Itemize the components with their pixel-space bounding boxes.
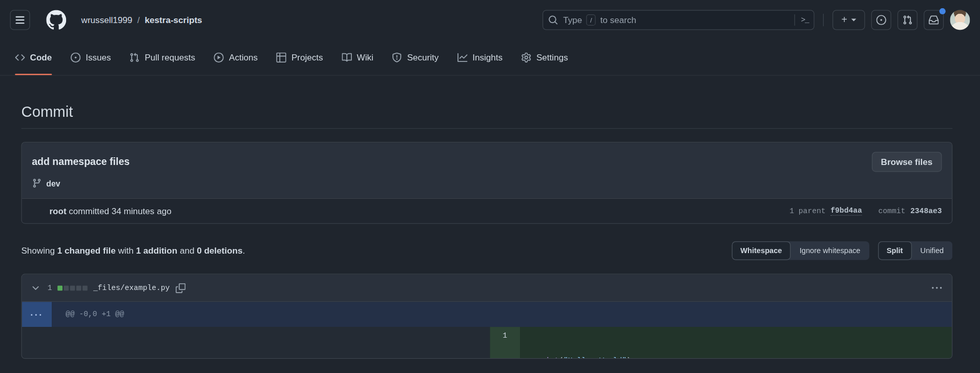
collapse-file-button[interactable]	[29, 282, 41, 294]
committed-time: committed 34 minutes ago	[67, 206, 172, 216]
tab-wiki[interactable]: Wiki	[337, 40, 378, 75]
page-title: Commit	[21, 100, 952, 123]
tab-insights[interactable]: Insights	[452, 40, 508, 75]
slash-key-hint: /	[587, 14, 596, 26]
notification-dot	[940, 8, 946, 14]
inbox-icon	[929, 15, 939, 25]
git-pull-request-icon	[903, 15, 913, 25]
tab-issues[interactable]: Issues	[66, 40, 116, 75]
diff-filename[interactable]: _files/example.py	[93, 283, 170, 292]
breadcrumb-separator: /	[137, 15, 140, 25]
github-logo-icon[interactable]	[46, 10, 66, 30]
breadcrumb-owner-link[interactable]: wrussell1999	[81, 15, 133, 25]
kebab-horizontal-icon[interactable]	[929, 280, 944, 295]
header-actions: Type / to search >_ +	[543, 10, 970, 30]
plus-icon: +	[842, 14, 847, 26]
ignore-whitespace-button[interactable]: Ignore whitespace	[791, 241, 869, 260]
inbox-button[interactable]	[924, 10, 944, 30]
play-icon	[214, 52, 224, 63]
chevron-down-icon	[31, 283, 41, 293]
pull-requests-button[interactable]	[898, 10, 918, 30]
app-header: wrussell1999 / kestra-scripts Type / to …	[0, 0, 980, 40]
browse-files-button[interactable]: Browse files	[871, 152, 942, 172]
diff-toolbar: Showing 1 changed file with 1 addition a…	[21, 241, 952, 260]
issues-button[interactable]	[871, 10, 891, 30]
tab-projects[interactable]: Projects	[272, 40, 328, 75]
tab-actions[interactable]: Actions	[209, 40, 263, 75]
repo-nav: Code Issues Pull requests Actions Projec…	[0, 40, 980, 76]
expand-hunk-button[interactable]: ···	[22, 302, 52, 327]
command-palette-icon[interactable]: >_	[801, 16, 809, 25]
split-view-button[interactable]: Split	[878, 241, 912, 260]
search-placeholder-prefix: Type	[563, 15, 582, 25]
hunk-row: ··· @@ -0,0 +1 @@	[22, 302, 952, 327]
whitespace-button[interactable]: Whitespace	[732, 241, 791, 260]
breadcrumb: wrussell1999 / kestra-scripts	[81, 15, 202, 25]
page: wrussell1999 / kestra-scripts Type / to …	[0, 0, 980, 373]
hamburger-menu-button[interactable]	[10, 10, 30, 30]
diff-file-header: 1 _files/example.py	[22, 275, 952, 302]
commit-label: commit	[879, 206, 906, 215]
graph-icon	[457, 52, 468, 63]
tab-settings[interactable]: Settings	[516, 40, 573, 75]
book-icon	[342, 52, 352, 63]
diff-empty-side	[22, 327, 490, 358]
unified-view-button[interactable]: Unified	[912, 241, 953, 260]
search-input[interactable]: Type / to search >_	[543, 10, 815, 30]
user-avatar[interactable]	[950, 10, 970, 30]
header-divider	[823, 14, 824, 26]
tab-security[interactable]: Security	[387, 40, 444, 75]
issue-opened-icon	[71, 52, 81, 63]
tab-code[interactable]: Code	[10, 40, 57, 75]
diffstat-icon	[57, 285, 88, 291]
main-content: Commit add namespace files Browse files …	[21, 100, 952, 359]
search-placeholder-suffix: to search	[600, 15, 636, 25]
code-icon	[15, 52, 25, 63]
tab-pull-requests[interactable]: Pull requests	[124, 40, 200, 75]
commit-box-header: add namespace files Browse files dev	[22, 142, 952, 198]
table-icon	[277, 52, 287, 63]
branch-name[interactable]: dev	[46, 178, 60, 188]
commit-meta-row: root committed 34 minutes ago 1 parent f…	[22, 198, 952, 223]
commit-sha: 2348ae3	[910, 206, 942, 215]
commit-box: add namespace files Browse files dev roo…	[21, 142, 952, 224]
code-text: + print("Hello, World")	[528, 355, 952, 359]
line-number[interactable]: 1	[490, 327, 520, 358]
git-pull-request-icon	[130, 52, 140, 63]
diff-split-row: 1 + print("Hello, World")	[22, 327, 952, 358]
commit-author[interactable]: root	[49, 206, 66, 216]
shield-icon	[392, 52, 402, 63]
commit-message: add namespace files	[32, 152, 130, 172]
diff-file-box: 1 _files/example.py ··· @@ -0,0 +1 @@	[21, 274, 952, 359]
git-branch-icon	[32, 178, 42, 189]
search-icon	[548, 15, 558, 25]
create-new-button[interactable]: +	[832, 10, 865, 30]
changed-lines-count: 1	[48, 283, 52, 292]
breadcrumb-repo-link[interactable]: kestra-scripts	[145, 15, 202, 25]
title-divider	[21, 128, 952, 129]
diff-summary: Showing 1 changed file with 1 addition a…	[21, 245, 245, 256]
whitespace-control: Whitespace Ignore whitespace	[732, 241, 869, 260]
chevron-down-icon	[851, 19, 856, 22]
parent-label: 1 parent	[789, 206, 825, 215]
hunk-header: @@ -0,0 +1 @@	[52, 302, 952, 327]
added-code-line[interactable]: + print("Hello, World")	[520, 327, 952, 358]
copy-icon[interactable]	[175, 283, 185, 293]
view-mode-control: Split Unified	[878, 241, 953, 260]
search-divider	[794, 14, 795, 26]
parent-sha-link[interactable]: f9bd4aa	[830, 206, 862, 216]
gear-icon	[522, 52, 532, 63]
issue-opened-icon	[876, 15, 886, 25]
